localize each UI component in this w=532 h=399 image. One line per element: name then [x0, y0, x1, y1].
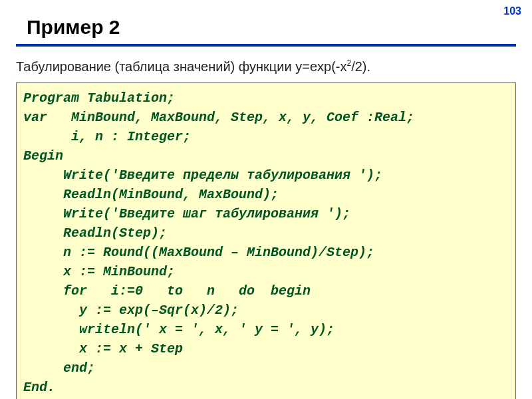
subtitle-post: /2). [351, 59, 370, 74]
page-number: 103 [503, 5, 521, 17]
slide-title: Пример 2 [16, 16, 516, 47]
slide-content: Пример 2 Табулирование (таблица значений… [0, 0, 532, 399]
slide-subtitle: Табулирование (таблица значений) функции… [16, 57, 516, 76]
code-block: Program Tabulation; var MinBound, MaxBou… [16, 82, 516, 399]
subtitle-pre: Табулирование (таблица значений) функции… [16, 59, 346, 74]
